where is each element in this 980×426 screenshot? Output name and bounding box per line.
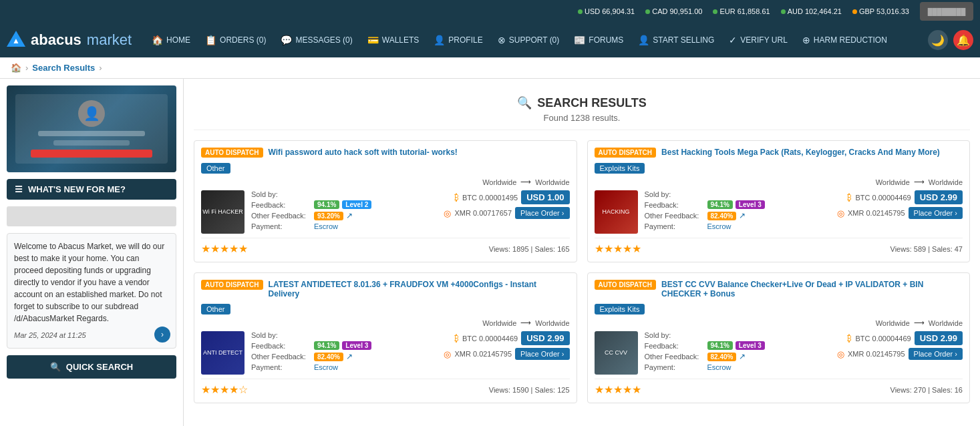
usd-indicator: [578, 9, 583, 14]
site-logo: ▲ abacus market: [7, 31, 132, 49]
auto-dispatch-badge: AUTO DISPATCH: [595, 148, 657, 158]
feedback-badge: 94.1%: [707, 200, 733, 209]
shipping-info: Worldwide ⟶ Worldwide: [595, 318, 963, 327]
home-breadcrumb[interactable]: 🏠: [11, 63, 21, 73]
category-badge[interactable]: Other: [201, 163, 230, 174]
welcome-box: Welcome to Abacus Market, we will do our…: [7, 233, 176, 349]
category-badge[interactable]: Exploits Kits: [595, 304, 645, 314]
whats-new-button[interactable]: ☰ WHAT'S NEW FOR ME?: [7, 179, 176, 200]
shipping-info: Worldwide ⟶ Worldwide: [201, 318, 570, 327]
listing-stats: Views: 589 | Sales: 47: [890, 245, 963, 253]
listing-footer: ★★★★★ Views: 1895 | Sales: 165: [201, 238, 570, 255]
shipping-arrow: ⟶: [520, 318, 531, 327]
header-right: 🌙 🔔: [928, 30, 973, 50]
search-results-icon: 🔍: [517, 95, 532, 110]
listing-title[interactable]: Best Hacking Tools Mega Pack (Rats, Keyl…: [661, 148, 963, 157]
place-order-button[interactable]: Place Order ›: [515, 348, 569, 360]
nav-orders[interactable]: 📋 ORDERS (0): [198, 31, 273, 49]
listing-thumbnail: Wi Fi HACKER: [201, 190, 244, 234]
level-badge: Level 3: [736, 341, 765, 350]
results-count: Found 1238 results.: [194, 113, 970, 123]
sidebar: 👤 ☰ WHAT'S NEW FOR ME? Welcome to Abacus…: [0, 79, 184, 426]
aud-currency: AUD 102,464.21: [781, 7, 842, 15]
listing-body: ANTI DETECT Sold by: Feedback: 94.1% Lev…: [201, 331, 570, 375]
cad-currency: CAD 90,951.00: [645, 7, 702, 15]
nav-start-selling[interactable]: 👤 START SELLING: [631, 31, 721, 49]
dark-mode-button[interactable]: 🌙: [928, 30, 948, 50]
export-icon[interactable]: ↗: [346, 352, 353, 361]
place-order-button[interactable]: Place Order ›: [515, 207, 569, 219]
nav-harm-reduction[interactable]: ⊕ HARM REDUCTION: [796, 31, 894, 49]
btc-amount: BTC 0.00004469: [855, 335, 911, 343]
category-badge[interactable]: Exploits Kits: [595, 163, 645, 174]
xmr-icon: ◎: [444, 349, 451, 359]
export-icon[interactable]: ↗: [739, 211, 746, 220]
price-area: ₿ BTC 0.00004469 USD 2.99 ◎ XMR 0.021457…: [444, 331, 569, 375]
quick-search-button[interactable]: 🔍 QUICK SEARCH: [7, 355, 176, 379]
auto-dispatch-badge: AUTO DISPATCH: [595, 280, 657, 290]
nav-home[interactable]: 🏠 HOME: [145, 31, 197, 49]
nav-support[interactable]: ⊗ SUPPORT (0): [491, 31, 566, 49]
usd-price: USD 2.99: [915, 190, 963, 204]
feedback-badge: 94.1%: [314, 341, 339, 350]
main-header: ▲ abacus market 🏠 HOME 📋 ORDERS (0) 💬 ME…: [0, 23, 980, 57]
level-badge: Level 3: [342, 341, 371, 350]
cad-indicator: [645, 9, 650, 14]
listing-card: AUTO DISPATCH Wifi password auto hack so…: [194, 140, 577, 262]
listing-footer: ★★★★★ Views: 589 | Sales: 47: [595, 238, 963, 255]
listing-title[interactable]: LATEST ANTIDETECT 8.01.36 + FRAUDFOX VM …: [269, 280, 570, 298]
listing-footer: ★★★★★ Views: 270 | Sales: 16: [595, 379, 963, 396]
listing-title[interactable]: Wifi password auto hack soft with tutori…: [269, 148, 570, 157]
listing-stats: Views: 1590 | Sales: 125: [489, 386, 570, 394]
listing-stats: Views: 270 | Sales: 16: [890, 386, 963, 394]
nav-verify-url[interactable]: ✓ VERIFY URL: [722, 31, 794, 49]
btc-amount: BTC 0.00001495: [462, 194, 518, 202]
usd-currency: USD 66,904.31: [578, 7, 635, 15]
usd-price: USD 1.00: [521, 190, 569, 204]
listing-thumbnail: CC CVV: [595, 331, 638, 375]
gbp-currency: GBP 53,016.33: [852, 7, 909, 15]
listing-header: AUTO DISPATCH BEST CC CVV Balance Checke…: [595, 280, 963, 298]
welcome-arrow-button[interactable]: ›: [154, 327, 170, 343]
listing-stars: ★★★★★: [201, 242, 248, 255]
payment-escrow[interactable]: Escrow: [314, 222, 338, 230]
results-header: 🔍 SEARCH RESULTS Found 1238 results.: [194, 85, 970, 130]
nav-profile[interactable]: 👤 PROFILE: [427, 31, 489, 49]
place-order-button[interactable]: Place Order ›: [909, 207, 963, 219]
shipping-info: Worldwide ⟶ Worldwide: [595, 178, 963, 186]
support-icon: ⊗: [498, 35, 506, 45]
gbp-indicator: [852, 9, 857, 14]
place-order-button[interactable]: Place Order ›: [909, 348, 963, 360]
export-icon[interactable]: ↗: [739, 352, 746, 361]
nav-forums[interactable]: 📰 FORUMS: [567, 31, 630, 49]
nav-wallets[interactable]: 💳 WALLETS: [361, 31, 426, 49]
profile-icon: 👤: [434, 35, 445, 45]
notifications-button[interactable]: 🔔: [953, 30, 973, 50]
verify-icon: ✓: [729, 35, 737, 45]
currency-bar: USD 66,904.31 CAD 90,951.00 EUR 61,858.6…: [0, 0, 980, 23]
other-feedback-badge: 82.40%: [707, 353, 737, 361]
export-icon[interactable]: ↗: [346, 211, 353, 220]
orders-icon: 📋: [205, 35, 216, 45]
payment-escrow[interactable]: Escrow: [314, 363, 338, 371]
category-badge[interactable]: Other: [201, 304, 230, 314]
listing-header: AUTO DISPATCH Wifi password auto hack so…: [201, 148, 570, 158]
listing-stars: ★★★★★: [595, 242, 641, 255]
listing-title[interactable]: BEST CC CVV Balance Checker+Live Or Dead…: [661, 280, 963, 298]
listing-stats: Views: 1895 | Sales: 165: [489, 245, 570, 253]
nav-messages[interactable]: 💬 MESSAGES (0): [274, 31, 359, 49]
listing-body: CC CVV Sold by: Feedback: 94.1% Level 3 …: [595, 331, 963, 375]
list-icon: ☰: [15, 184, 23, 194]
payment-escrow[interactable]: Escrow: [707, 363, 731, 371]
sidebar-placeholder: [7, 206, 176, 226]
btc-icon: ₿: [454, 333, 459, 343]
xmr-icon: ◎: [837, 208, 844, 218]
listing-info: Sold by: Feedback: 94.1% Level 3 Other F…: [645, 331, 830, 375]
listing-thumbnail: ANTI DETECT: [201, 331, 244, 375]
payment-escrow[interactable]: Escrow: [707, 222, 731, 230]
other-feedback-badge: 93.20%: [314, 212, 343, 220]
listing-card: AUTO DISPATCH Best Hacking Tools Mega Pa…: [587, 140, 971, 262]
home-icon: 🏠: [152, 35, 163, 45]
logo-icon: ▲: [7, 31, 25, 49]
xmr-amount: XMR 0.02145795: [454, 350, 512, 358]
